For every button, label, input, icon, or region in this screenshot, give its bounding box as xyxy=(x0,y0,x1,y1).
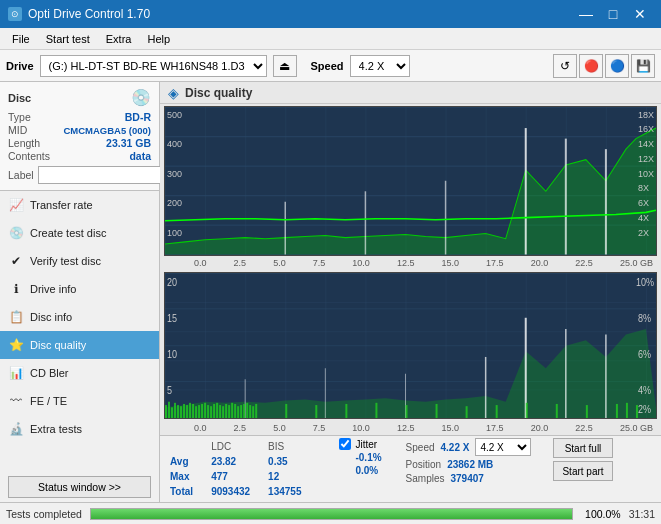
svg-text:6%: 6% xyxy=(638,348,651,360)
disc-type-row: Type BD-R xyxy=(8,111,151,123)
lower-chart-svg: 20 15 10 5 10% 8% 6% 4% 2% xyxy=(165,273,656,419)
speed-position-section: Speed 4.22 X 4.2 X Position 23862 MB Sam… xyxy=(406,438,532,484)
speed-val: 4.22 X xyxy=(441,442,470,453)
sidebar-item-cd-bler[interactable]: 📊 CD Bler xyxy=(0,359,159,387)
app-icon: ⊙ xyxy=(8,7,22,21)
stats-row-avg: Avg 23.82 0.35 xyxy=(170,455,317,468)
svg-text:8X: 8X xyxy=(638,183,649,193)
drive-select[interactable]: (G:) HL-DT-ST BD-RE WH16NS48 1.D3 xyxy=(40,55,267,77)
jitter-checkbox[interactable] xyxy=(339,438,351,450)
sidebar-item-verify-test-disc[interactable]: ✔ Verify test disc xyxy=(0,247,159,275)
x-label-lower-200: 20.0 xyxy=(531,423,549,433)
sidebar-item-extra-tests-label: Extra tests xyxy=(30,423,82,435)
svg-rect-84 xyxy=(556,403,558,418)
status-window-button[interactable]: Status window >> xyxy=(8,476,151,498)
sidebar-item-fe-te[interactable]: 〰 FE / TE xyxy=(0,387,159,415)
stats-table: LDC BIS Avg 23.82 0.35 Max 477 12 xyxy=(168,438,319,500)
toolbar-btn-3[interactable]: 🔵 xyxy=(605,54,629,78)
svg-rect-69 xyxy=(240,405,242,418)
svg-rect-75 xyxy=(285,403,287,418)
x-label-250: 25.0 GB xyxy=(620,258,653,268)
sidebar-item-transfer-rate[interactable]: 📈 Transfer rate xyxy=(0,191,159,219)
stats-max-ldc: 477 xyxy=(211,470,266,483)
sidebar-item-extra-tests[interactable]: 🔬 Extra tests xyxy=(0,415,159,443)
svg-text:6X: 6X xyxy=(638,198,649,208)
jitter-max-val: 0.0% xyxy=(339,465,381,476)
eject-button[interactable]: ⏏ xyxy=(273,55,297,77)
start-full-button[interactable]: Start full xyxy=(553,438,612,458)
svg-rect-68 xyxy=(237,406,239,418)
svg-rect-46 xyxy=(171,407,173,418)
chart-title: Disc quality xyxy=(185,86,252,100)
nav-items: 📈 Transfer rate 💿 Create test disc ✔ Ver… xyxy=(0,191,159,443)
sidebar-item-transfer-rate-label: Transfer rate xyxy=(30,199,93,211)
maximize-button[interactable]: □ xyxy=(600,1,626,27)
svg-rect-52 xyxy=(189,402,191,418)
progress-bar-container xyxy=(90,508,573,520)
svg-rect-61 xyxy=(216,402,218,418)
stats-col-empty xyxy=(170,440,209,453)
x-label-lower-150: 15.0 xyxy=(442,423,460,433)
sidebar-item-disc-quality[interactable]: ⭐ Disc quality xyxy=(0,331,159,359)
menu-help[interactable]: Help xyxy=(139,31,178,47)
x-label-lower-50: 5.0 xyxy=(273,423,286,433)
svg-rect-87 xyxy=(626,402,628,418)
svg-rect-77 xyxy=(345,403,347,418)
x-label-150: 15.0 xyxy=(442,258,460,268)
speed-select[interactable]: 4.2 X xyxy=(350,55,410,77)
disc-length-row: Length 23.31 GB xyxy=(8,137,151,149)
minimize-button[interactable]: — xyxy=(573,1,599,27)
x-label-125: 12.5 xyxy=(397,258,415,268)
sidebar-item-disc-info[interactable]: 📋 Disc info xyxy=(0,303,159,331)
svg-text:16X: 16X xyxy=(638,124,654,134)
sidebar-item-create-test-disc[interactable]: 💿 Create test disc xyxy=(0,219,159,247)
menu-file[interactable]: File xyxy=(4,31,38,47)
close-button[interactable]: ✕ xyxy=(627,1,653,27)
disc-quality-icon: ⭐ xyxy=(8,337,24,353)
x-label-75: 7.5 xyxy=(313,258,326,268)
svg-rect-79 xyxy=(405,405,407,418)
toolbar-btn-4[interactable]: 💾 xyxy=(631,54,655,78)
svg-rect-74 xyxy=(255,403,257,418)
svg-text:5: 5 xyxy=(167,384,172,396)
svg-text:10%: 10% xyxy=(636,276,655,288)
samples-val: 379407 xyxy=(451,473,484,484)
speed-select-sm[interactable]: 4.2 X xyxy=(475,438,531,456)
x-label-lower-125: 12.5 xyxy=(397,423,415,433)
start-part-button[interactable]: Start part xyxy=(553,461,612,481)
x-label-lower-25: 2.5 xyxy=(234,423,247,433)
toolbar-btn-2[interactable]: 🔴 xyxy=(579,54,603,78)
sidebar-item-create-test-disc-label: Create test disc xyxy=(30,227,106,239)
svg-rect-80 xyxy=(436,403,438,418)
svg-text:12X: 12X xyxy=(638,154,654,164)
svg-rect-82 xyxy=(496,405,498,418)
fe-te-icon: 〰 xyxy=(8,393,24,409)
svg-rect-65 xyxy=(228,405,230,418)
toolbar-btn-1[interactable]: ↺ xyxy=(553,54,577,78)
svg-text:4X: 4X xyxy=(638,213,649,223)
disc-icon: 💿 xyxy=(131,88,151,107)
svg-rect-45 xyxy=(168,401,170,418)
menu-start-test[interactable]: Start test xyxy=(38,31,98,47)
menu-extra[interactable]: Extra xyxy=(98,31,140,47)
svg-rect-86 xyxy=(616,403,618,418)
speed-label: Speed xyxy=(406,442,435,453)
x-label-lower-225: 22.5 xyxy=(575,423,593,433)
disc-label-key: Label xyxy=(8,169,34,181)
svg-rect-55 xyxy=(198,405,200,418)
disc-contents-key: Contents xyxy=(8,150,50,162)
x-label-lower-75: 7.5 xyxy=(313,423,326,433)
lower-chart: BIS Jitter xyxy=(164,272,657,420)
svg-text:500: 500 xyxy=(167,109,182,119)
speed-label: Speed xyxy=(311,60,344,72)
svg-rect-58 xyxy=(207,405,209,418)
svg-rect-71 xyxy=(246,402,248,418)
disc-panel: Disc 💿 Type BD-R MID CMCMAGBA5 (000) Len… xyxy=(0,82,159,191)
disc-label-input[interactable] xyxy=(38,166,171,184)
stats-max-bis: 12 xyxy=(268,470,317,483)
sidebar-item-drive-info[interactable]: ℹ Drive info xyxy=(0,275,159,303)
chart-area: ◈ Disc quality LDC Read speed xyxy=(160,82,661,502)
svg-rect-70 xyxy=(243,403,245,418)
stats-total-label: Total xyxy=(170,485,209,498)
position-label: Position xyxy=(406,459,442,470)
